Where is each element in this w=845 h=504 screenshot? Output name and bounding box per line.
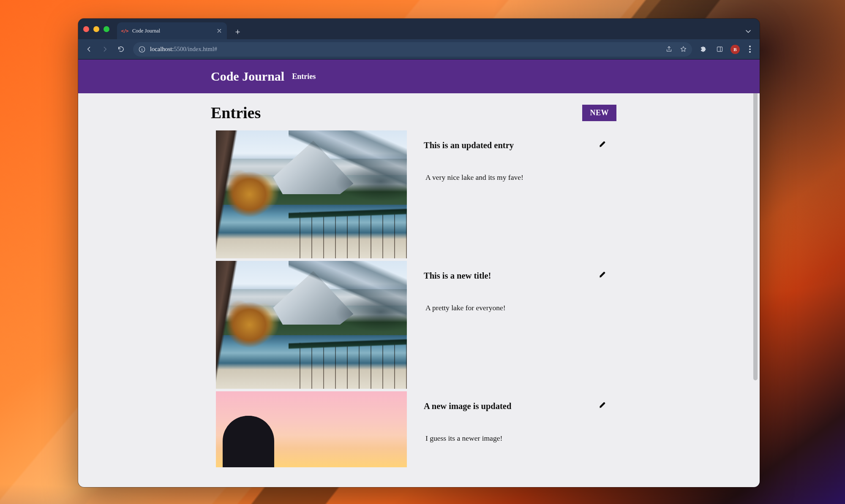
entry-body: This is a new title! A pretty lake for e… — [407, 261, 616, 312]
tab-close-button[interactable] — [216, 27, 223, 34]
avatar-initial: B — [733, 47, 736, 52]
page-viewport: Code Journal Entries Entries NEW This is… — [78, 60, 760, 487]
entry-title: This is a new title! — [424, 271, 616, 281]
edit-entry-button[interactable] — [599, 140, 607, 148]
app-header: Code Journal Entries — [78, 60, 760, 93]
nav-entries-link[interactable]: Entries — [292, 72, 316, 81]
edit-entry-button[interactable] — [599, 401, 607, 409]
entry-description: A very nice lake and its my fave! — [425, 173, 616, 182]
sunset-image-icon — [216, 391, 407, 467]
window-close-button[interactable] — [83, 26, 89, 32]
entry-row: This is an updated entry A very nice lak… — [211, 130, 616, 258]
entry-body: This is an updated entry A very nice lak… — [407, 130, 616, 182]
entries-container: Entries NEW This is an updated entry A v… — [211, 93, 616, 467]
lake-image-icon — [216, 130, 407, 258]
site-info-icon[interactable] — [138, 46, 146, 53]
tab-favicon-icon: </> — [121, 27, 128, 34]
forward-button[interactable] — [98, 42, 112, 57]
reload-button[interactable] — [114, 42, 128, 57]
tab-search-button[interactable] — [742, 25, 755, 38]
window-minimize-button[interactable] — [93, 26, 99, 32]
entries-heading: Entries — [211, 103, 261, 122]
entry-image — [216, 130, 407, 258]
entry-description: A pretty lake for everyone! — [425, 303, 616, 312]
lake-image-icon — [216, 261, 407, 389]
entry-title: This is an updated entry — [424, 141, 616, 150]
browser-tab[interactable]: </> Code Journal — [117, 22, 227, 39]
side-panel-button[interactable] — [712, 42, 727, 57]
svg-rect-1 — [717, 47, 722, 51]
browser-toolbar: localhost:5500/index.html# B — [78, 39, 760, 60]
bookmark-button[interactable] — [677, 43, 690, 56]
chrome-menu-button[interactable] — [744, 43, 756, 56]
new-entry-button[interactable]: NEW — [582, 105, 616, 121]
entries-header-row: Entries NEW — [211, 98, 616, 127]
edit-entry-button[interactable] — [599, 270, 607, 279]
browser-window: </> Code Journal ＋ localhost:5500/index.… — [78, 19, 760, 487]
entry-image — [216, 391, 407, 467]
tab-title: Code Journal — [132, 28, 160, 34]
address-bar[interactable]: localhost:5500/index.html# — [133, 42, 692, 57]
window-controls — [83, 19, 117, 39]
entry-title: A new image is updated — [424, 401, 616, 411]
extensions-button[interactable] — [696, 42, 711, 57]
url-path: 5500/index.html# — [174, 46, 217, 53]
entry-image — [216, 261, 407, 389]
tab-strip: </> Code Journal ＋ — [78, 19, 760, 39]
new-tab-button[interactable]: ＋ — [231, 25, 244, 38]
share-button[interactable] — [662, 43, 675, 56]
back-button[interactable] — [82, 42, 96, 57]
app-brand: Code Journal — [211, 69, 284, 84]
entry-body: A new image is updated I guess its a new… — [407, 391, 616, 443]
window-fullscreen-button[interactable] — [104, 26, 109, 32]
profile-avatar[interactable]: B — [731, 45, 740, 54]
entry-description: I guess its a newer image! — [425, 434, 616, 443]
entry-row: This is a new title! A pretty lake for e… — [211, 261, 616, 389]
url-host: localhost: — [150, 46, 174, 53]
page-content: Code Journal Entries Entries NEW This is… — [78, 60, 760, 487]
entry-row: A new image is updated I guess its a new… — [211, 391, 616, 467]
